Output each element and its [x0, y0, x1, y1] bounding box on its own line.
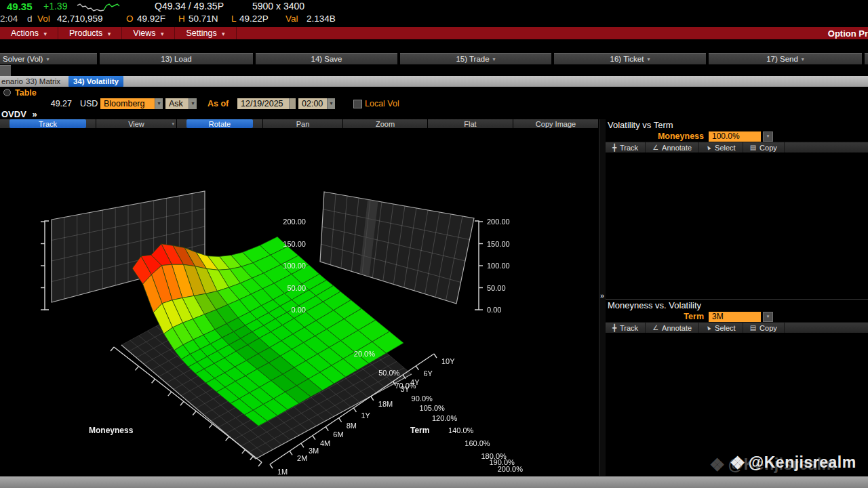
select-tool-button[interactable]: ▲Select [699, 142, 743, 152]
button-----load[interactable]: 13) Load [100, 53, 253, 64]
annotate-icon: ∠ [652, 144, 658, 151]
asof-time-input[interactable]: 02:00 [298, 98, 327, 109]
button-----ticket[interactable]: 16) Ticket ▾ [554, 53, 706, 64]
copy-tool-button[interactable]: ▤Copy [743, 323, 785, 333]
axis-tick-label: 4M [320, 439, 330, 447]
surface-tool-zoom[interactable]: Zoom [343, 119, 428, 128]
menu-actions[interactable]: Actions ▾ [0, 27, 58, 39]
annotate-tool-button[interactable]: ∠Annotate [646, 142, 699, 152]
axis-tick-label: 200.00 [283, 218, 306, 226]
source-dropdown-arrow-icon[interactable]: ▾ [155, 98, 163, 109]
axis-tick-label: 100.00 [487, 262, 510, 270]
axis-tick-label: 18M [378, 400, 393, 408]
moneyness-dropdown[interactable]: 100.0% [709, 131, 761, 142]
side-dropdown[interactable]: Ask [165, 98, 189, 109]
time-dropdown-arrow-icon[interactable]: ▾ [327, 98, 335, 109]
source-dropdown[interactable]: Bloomberg [100, 98, 155, 109]
pricing-controls-row: 49.27 USD Bloomberg ▾ Ask ▾ As of 12/19/… [0, 98, 604, 110]
axis-tick-label: 1M [277, 468, 288, 476]
val-label: Val [285, 14, 298, 24]
axis-tick-label: 150.00 [487, 240, 510, 248]
axis-title: Moneyness [89, 426, 133, 435]
term-control-row: Term 3M ▾ [606, 311, 868, 322]
bloomberg-terminal-window: 49.35 +1.39 Q49.34 / 49.35P 5900 x 3400 … [0, 0, 868, 488]
axis-tick-label: 6M [333, 430, 343, 439]
axis-tick-label: 160.0% [465, 439, 490, 447]
button-----send[interactable]: 17) Send ▾ [709, 53, 862, 64]
axis-tick-label: 200.0% [498, 465, 523, 473]
menu-option-pricing[interactable]: Option Pr [828, 28, 868, 39]
side-dropdown-arrow-icon[interactable]: ▾ [189, 98, 197, 109]
quote-time: 2:04 [0, 14, 18, 24]
moneyness-control-label: Moneyness [658, 131, 704, 141]
select-tool-button[interactable]: ▲Select [699, 323, 743, 333]
annotate-tool-button[interactable]: ∠Annotate [646, 323, 699, 333]
watermark-logo-icon: ❖ [730, 453, 746, 473]
button-row-edge [865, 53, 868, 64]
last-price: 49.35 [7, 1, 33, 12]
vol-surface-3d-chart[interactable] [0, 128, 599, 475]
axis-tick-label: 90.0% [412, 394, 433, 403]
ovdv-chevron-icon: » [32, 109, 37, 119]
val-value: 2.134B [307, 14, 336, 24]
copy-icon: ▤ [750, 144, 756, 151]
axis-tick-label: 20.0% [354, 350, 375, 358]
price-change: +1.39 [43, 1, 67, 12]
surface-tool-track[interactable]: Track [0, 119, 96, 128]
axis-tick-label: 3M [309, 447, 319, 455]
tab-strip: enario33) Matrix34) Volatility [0, 76, 868, 87]
local-vol-checkbox[interactable] [353, 100, 362, 108]
action-button-row: Solver (Vol) ▾13) Load14) Save15) Trade … [0, 53, 868, 64]
track-icon: ╋ [612, 144, 616, 151]
surface-tool-view[interactable]: View▾ [96, 119, 177, 128]
term-dropdown[interactable]: 3M [709, 312, 761, 322]
copy-icon: ▤ [750, 325, 756, 331]
axis-tick-label: 10Y [441, 357, 455, 365]
button-----trade[interactable]: 15) Trade ▾ [400, 53, 551, 64]
surface-tool-copy-image[interactable]: Copy Image [513, 119, 599, 128]
tab-enario[interactable]: enario [1, 76, 22, 87]
table-radio[interactable] [3, 89, 11, 96]
low-value: 49.22P [239, 14, 269, 24]
track-tool-button[interactable]: ╋Track [606, 323, 646, 333]
surface-toolbar: TrackView▾RotatePanZoomFlatCopy Image [0, 119, 599, 128]
tab-33--matrix[interactable]: 33) Matrix [26, 76, 65, 87]
corner-tab[interactable] [0, 65, 11, 77]
surface-tool-rotate[interactable]: Rotate [177, 119, 263, 128]
currency: USD [80, 98, 98, 109]
axis-tick-label: 50.0% [378, 369, 399, 377]
moneyness-dropdown-arrow-icon[interactable]: ▾ [763, 131, 773, 142]
ovdv-link[interactable]: OVDV » [1, 109, 37, 119]
spot-price: 49.27 [47, 98, 72, 109]
asof-date-input[interactable]: 12/19/2025 [237, 98, 289, 109]
axis-tick-label: 150.00 [283, 240, 306, 248]
menu-settings[interactable]: Settings ▾ [175, 27, 236, 39]
watermark: ❖@Kenjisrealm [730, 453, 856, 474]
button-solver--vol-[interactable]: Solver (Vol) ▾ [0, 53, 97, 64]
axis-tick-label: 120.0% [432, 414, 457, 422]
vol-vs-term-panel: Volatility vs Term Moneyness 100.0% ▾ ╋T… [606, 119, 868, 298]
copy-tool-button[interactable]: ▤Copy [743, 142, 785, 152]
axis-tick-label: 0.00 [292, 306, 306, 314]
annotate-icon: ∠ [652, 325, 658, 331]
term-dropdown-arrow-icon[interactable]: ▾ [763, 312, 773, 322]
menu-bar: Actions ▾Products ▾Views ▾Settings ▾Opti… [0, 27, 868, 39]
axis-tick-label: 100.00 [283, 262, 306, 270]
bid-ask: Q49.34 / 49.35P [155, 1, 224, 12]
tab-34--volatility[interactable]: 34) Volatility [68, 76, 123, 87]
button-----save[interactable]: 14) Save [256, 53, 397, 64]
axis-tick-label: 4Y [410, 378, 419, 386]
menu-views[interactable]: Views ▾ [122, 27, 175, 39]
asof-label: As of [208, 98, 229, 109]
divider-collapse-icon[interactable]: » [600, 291, 604, 300]
axis-tick-label: 3Y [401, 385, 410, 393]
axis-title: Term [410, 426, 429, 435]
menu-products[interactable]: Products ▾ [58, 27, 122, 39]
calendar-icon[interactable] [289, 98, 296, 109]
surface-tool-flat[interactable]: Flat [428, 119, 513, 128]
surface-tool-pan[interactable]: Pan [263, 119, 343, 128]
vol-value: 42,710,959 [57, 14, 103, 24]
quote-row-2: 2:04 d Vol 42,710,959 O 49.92F H 50.71N … [0, 14, 868, 25]
track-tool-button[interactable]: ╋Track [606, 142, 646, 152]
axis-tick-label: 200.00 [487, 218, 510, 226]
